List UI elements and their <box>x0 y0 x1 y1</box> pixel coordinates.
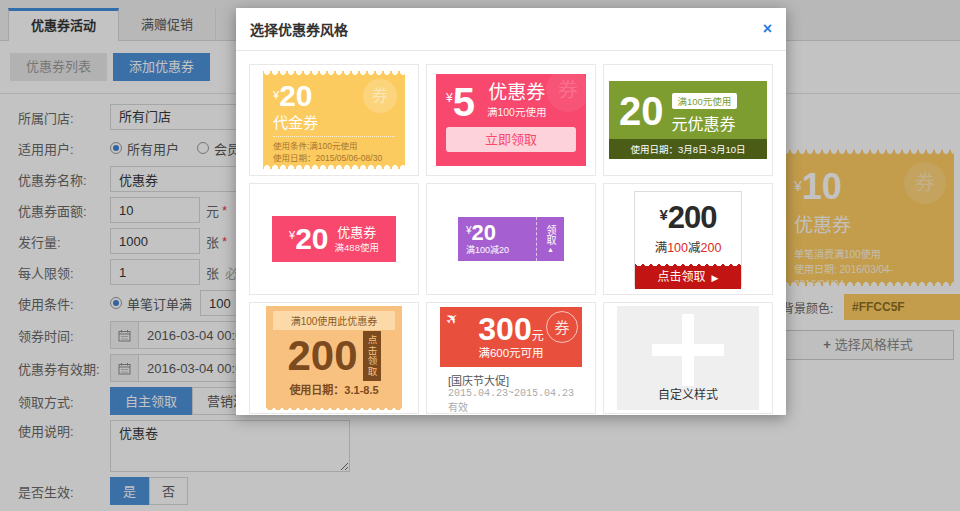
coupon-amount: 300 <box>478 311 531 347</box>
coupon-date-bar: 使用日期：3月8日-3月10日 <box>609 139 767 159</box>
coupon-card: ¥200 满100减200 点击领取▶ <box>634 191 742 287</box>
coupon-style-option-5[interactable]: ¥20 满100减20 领取 ▲ <box>426 183 596 295</box>
zigzag-edge <box>266 405 402 410</box>
coupon-condition: 满100元使用 <box>487 104 547 119</box>
coupon-card: 20 满100元使用 元优惠券 使用日期：3月8日-3月10日 <box>609 81 767 159</box>
coupon-card: ¥20 满100减20 领取 ▲ <box>458 217 564 261</box>
coupon-amount: 20 <box>472 220 496 245</box>
modal-header: 选择优惠券风格 × <box>236 8 786 51</box>
coupon-style-option-2[interactable]: 券 ¥5 优惠券 满100元使用 立即领取 <box>426 64 596 176</box>
coupon-style-option-3[interactable]: 20 满100元使用 元优惠券 使用日期：3月8日-3月10日 <box>603 64 773 176</box>
arrow-right-icon: ▶ <box>712 273 719 283</box>
coupon-condition: 满100减20 <box>466 243 536 256</box>
coupon-title: 优惠券 <box>335 225 379 240</box>
scallop-edge <box>263 164 405 169</box>
coupon-amount: 20 <box>279 79 312 112</box>
plus-icon <box>652 314 724 386</box>
coupon-style-option-1[interactable]: ¥20 代金券 使用条件:满100元使用 使用日期：2015/05/06-08/… <box>249 64 419 176</box>
claim-label: 领取 <box>545 225 556 245</box>
coupon-notes: [国庆节大促] 2015.04.23~2015.04.23有效 <box>440 367 582 414</box>
coupon-card: 券 ¥5 优惠券 满100元使用 立即领取 <box>436 74 586 166</box>
coupon-title: 代金券 <box>273 111 395 132</box>
click-claim-tag: 点击领取 <box>363 331 381 381</box>
coupon-amount: 20 <box>619 89 664 135</box>
coupon-card: ¥20 代金券 使用条件:满100元使用 使用日期：2015/05/06-08/… <box>263 71 405 169</box>
coupon-amount: 200 <box>668 200 717 235</box>
coupon-title: 元优惠券 <box>672 111 738 135</box>
coupon-condition: 满100减200 <box>635 237 741 256</box>
click-claim-ribbon: 点击领取▶ <box>635 266 741 289</box>
currency-symbol: ¥ <box>659 206 667 223</box>
coupon-style-option-6[interactable]: ¥200 满100减200 点击领取▶ <box>603 183 773 295</box>
unit-label: 元 <box>532 329 544 343</box>
coupon-watermark-icon: 券 <box>546 68 590 112</box>
coupon-style-option-custom[interactable]: 自定义样式 <box>603 302 773 414</box>
modal-title: 选择优惠券风格 <box>250 19 348 39</box>
coupon-card: 满100使用此优惠券 200 点击领取 使用日期：3.1-8.5 <box>266 306 402 410</box>
coupon-condition: 满600元可用 <box>440 344 582 360</box>
coupon-amount: 5 <box>453 80 475 124</box>
coupon-style-grid: ¥20 代金券 使用条件:满100元使用 使用日期：2015/05/06-08/… <box>236 51 786 427</box>
coupon-style-option-7[interactable]: 满100使用此优惠券 200 点击领取 使用日期：3.1-8.5 <box>249 302 419 414</box>
coupon-style-modal: 选择优惠券风格 × ¥20 代金券 使用条件:满100元使用 使用日期：2015… <box>236 8 786 415</box>
coupon-card: ¥20 优惠券 满488使用 <box>272 216 396 262</box>
currency-symbol: ¥ <box>446 91 453 105</box>
coupon-amount: 20 <box>295 222 328 255</box>
coupon-style-option-4[interactable]: ¥20 优惠券 满488使用 <box>249 183 419 295</box>
coupon-date: 使用日期：3.1-8.5 <box>266 381 402 397</box>
claim-tab: 领取 ▲ <box>536 217 564 261</box>
coupon-title: 优惠券 <box>487 82 547 104</box>
coupon-card: ✈ 券 300元 满600元可用 [国庆节大促] 2015.04.23~2015… <box>440 307 582 409</box>
claim-now-button: 立即领取 <box>446 127 576 152</box>
close-icon[interactable]: × <box>763 21 772 37</box>
coupon-terms: 使用条件:满100元使用 使用日期：2015/05/06-08/30 <box>273 136 395 164</box>
custom-style-label: 自定义样式 <box>617 385 759 402</box>
coupon-watermark-icon: 券 <box>363 79 397 113</box>
coupon-amount: 200 <box>287 333 357 379</box>
coupon-style-option-8[interactable]: ✈ 券 300元 满600元可用 [国庆节大促] 2015.04.23~2015… <box>426 302 596 414</box>
coupon-condition: 满488使用 <box>335 240 379 254</box>
scallop-edge <box>263 71 405 76</box>
custom-style-card: 自定义样式 <box>617 306 759 410</box>
coupon-condition-badge: 满100元使用 <box>672 93 738 109</box>
coupon-condition-bar: 满100使用此优惠券 <box>273 311 395 330</box>
coupon-watermark-icon: 券 <box>546 311 578 343</box>
arrow-up-icon: ▲ <box>547 246 554 253</box>
